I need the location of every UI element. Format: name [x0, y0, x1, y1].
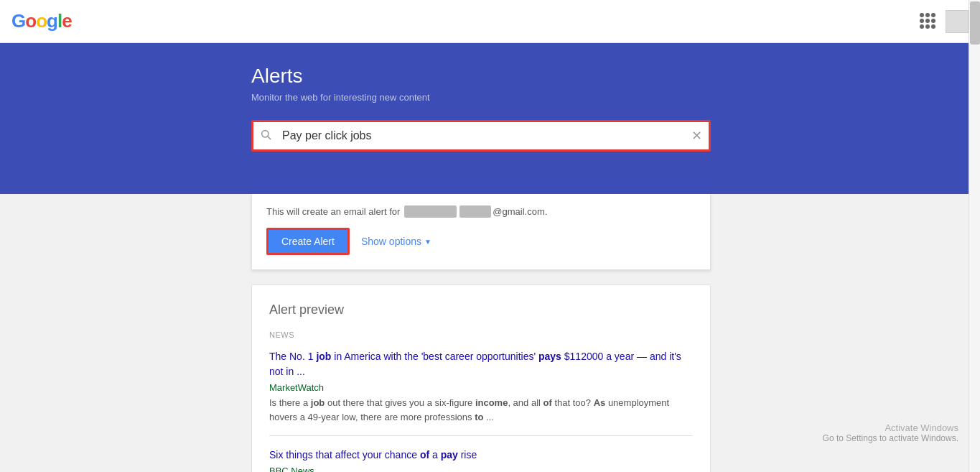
alert-preview-title: Alert preview [269, 302, 693, 318]
logo-o1: o [25, 10, 36, 32]
chevron-down-icon: ▼ [424, 238, 431, 246]
panel-actions: Create Alert Show options ▼ [266, 228, 696, 255]
grid-dot [920, 24, 924, 29]
news-source-2: BBC News [269, 466, 693, 472]
email-masked-1: ███████ [404, 205, 456, 218]
news-source-1: MarketWatch [269, 382, 693, 393]
activate-windows-line1: Activate Windows [823, 422, 958, 433]
create-alert-button[interactable]: Create Alert [266, 228, 350, 255]
alerts-header: Alerts Monitor the web for interesting n… [0, 43, 980, 194]
news-item-2: Six things that affect your chance of a … [269, 448, 693, 472]
news-item: The No. 1 job in America with the 'best … [269, 349, 693, 424]
avatar[interactable] [946, 10, 969, 33]
alerts-title: Alerts [251, 65, 980, 88]
grid-dot [931, 19, 935, 23]
activate-windows-watermark: Activate Windows Go to Settings to activ… [823, 422, 958, 443]
scrollbar-track[interactable] [969, 0, 980, 472]
show-options-button[interactable]: Show options ▼ [361, 236, 431, 247]
grid-dot [925, 24, 930, 29]
activate-windows-line2: Go to Settings to activate Windows. [823, 433, 958, 443]
email-notice-prefix: This will create an email alert for [266, 206, 400, 217]
email-notice: This will create an email alert for ████… [266, 205, 696, 218]
logo-o2: o [36, 10, 47, 32]
alert-preview-card: Alert preview NEWS The No. 1 job in Amer… [251, 284, 711, 472]
search-icon [260, 129, 271, 143]
grid-dot [931, 24, 935, 29]
logo-g2: g [47, 10, 57, 32]
grid-dot [925, 13, 930, 17]
grid-dot [920, 19, 924, 23]
google-logo: Google [11, 10, 72, 32]
news-headline-1[interactable]: The No. 1 job in America with the 'best … [269, 349, 693, 379]
show-options-label: Show options [361, 236, 421, 247]
top-bar-right [920, 10, 969, 33]
news-snippet-1: Is there a job out there that gives you … [269, 396, 693, 424]
grid-icon[interactable] [920, 13, 937, 30]
news-label: NEWS [269, 330, 693, 339]
logo-g: G [11, 10, 25, 32]
grid-dot [920, 13, 924, 17]
search-box-wrapper: ✕ [251, 120, 711, 152]
svg-line-1 [268, 136, 271, 139]
dropdown-panel: This will create an email alert for ████… [251, 194, 711, 270]
alerts-subtitle: Monitor the web for interesting new cont… [251, 92, 980, 103]
news-divider [269, 435, 693, 436]
email-domain: @gmail.com. [493, 206, 547, 217]
top-bar: Google [0, 0, 980, 43]
logo-e: e [62, 10, 71, 32]
grid-dot [925, 19, 930, 23]
clear-icon[interactable]: ✕ [691, 128, 702, 144]
search-input[interactable] [251, 120, 711, 152]
scrollbar-thumb[interactable] [970, 1, 980, 45]
news-headline-2[interactable]: Six things that affect your chance of a … [269, 448, 693, 463]
grid-dot [931, 13, 935, 17]
email-masked-2: ████ [459, 205, 492, 218]
